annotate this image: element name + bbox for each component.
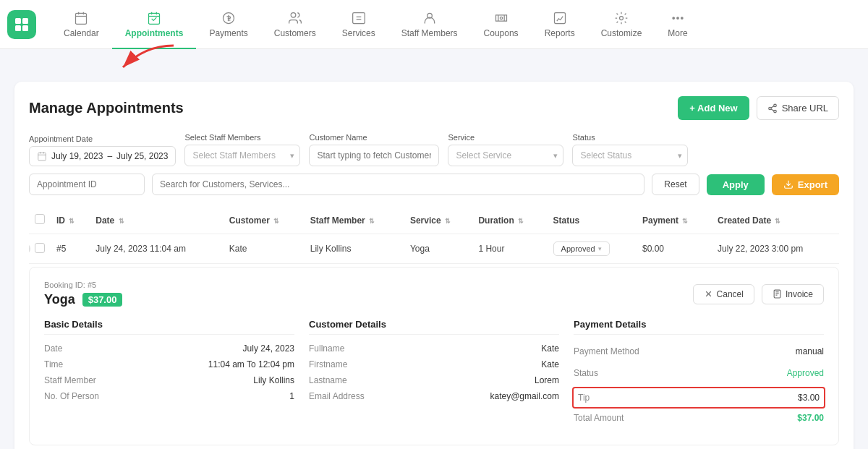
row-service: Yoga: [404, 234, 472, 264]
sort-staff-icon[interactable]: ⇅: [369, 218, 375, 225]
row-status[interactable]: Approved: [548, 234, 637, 264]
svg-point-26: [768, 107, 771, 110]
nav-item-customers[interactable]: Customers: [261, 0, 329, 49]
svg-point-22: [677, 17, 679, 19]
col-payment: Payment ⇅: [637, 207, 712, 234]
service-select[interactable]: Select Service: [448, 145, 563, 166]
sort-payment-icon[interactable]: ⇅: [682, 218, 688, 225]
svg-point-18: [500, 17, 502, 19]
row-payment: $0.00: [637, 234, 712, 264]
svg-point-27: [773, 110, 776, 113]
service-filter-group: Service Select Service: [448, 133, 563, 166]
svg-rect-1: [22, 18, 28, 24]
col-duration: Duration ⇅: [472, 207, 547, 234]
staff-select[interactable]: Select Staff Members: [184, 145, 300, 166]
row-duration: 1 Hour: [472, 234, 547, 264]
select-all-checkbox[interactable]: [35, 214, 45, 224]
nav-item-staff-members[interactable]: Staff Members: [388, 0, 471, 49]
cancel-icon: [704, 289, 713, 299]
invoice-icon: [773, 289, 782, 299]
detail-date-row: Date July 24, 2023: [44, 343, 294, 354]
booking-detail-grid: Basic Details Date July 24, 2023 Time 11…: [44, 319, 824, 432]
payment-status-row: Status Approved: [574, 365, 824, 381]
basic-details-title: Basic Details: [44, 319, 294, 335]
staff-filter-label: Select Staff Members: [184, 133, 300, 142]
svg-rect-4: [76, 13, 87, 24]
sort-customer-icon[interactable]: ⇅: [273, 218, 279, 225]
staff-select-wrapper: Select Staff Members: [184, 145, 300, 166]
nav-item-payments[interactable]: Payments: [196, 0, 260, 49]
sort-duration-icon[interactable]: ⇅: [518, 218, 524, 225]
detail-time-row: Time 11:04 am To 12:04 pm: [44, 359, 294, 369]
nav-item-coupons[interactable]: Coupons: [471, 0, 532, 49]
export-icon: [783, 179, 793, 189]
customer-firstname-row: Firstname Kate: [309, 359, 559, 369]
appointment-id-input[interactable]: [29, 174, 145, 195]
svg-rect-3: [22, 25, 28, 31]
expand-row-button[interactable]: −: [29, 243, 30, 255]
share-url-button[interactable]: Share URL: [757, 96, 839, 120]
nav-item-reports[interactable]: Reports: [532, 0, 588, 49]
sort-service-icon[interactable]: ⇅: [445, 218, 451, 225]
export-button[interactable]: Export: [772, 174, 839, 195]
sort-created-icon[interactable]: ⇅: [775, 218, 780, 225]
row-staff: Lily Kollins: [305, 234, 404, 264]
share-icon: [767, 103, 778, 114]
row-created: July 22, 2023 3:00 pm: [712, 234, 839, 264]
col-id: ID ⇅: [51, 207, 90, 234]
app-logo[interactable]: [7, 10, 36, 39]
svg-point-23: [681, 17, 684, 19]
main-content: Manage Appointments + Add New Share URL …: [0, 71, 868, 449]
date-range-picker[interactable]: July 19, 2023 – July 25, 2023: [29, 146, 176, 166]
payment-details-section: Payment Details Payment Method manual St…: [574, 319, 824, 432]
status-select-wrapper: Select Status: [572, 145, 688, 166]
customer-filter-label: Customer Name: [309, 133, 439, 142]
cancel-booking-button[interactable]: Cancel: [693, 284, 754, 304]
col-status: Status: [548, 207, 637, 234]
header-actions: + Add New Share URL: [678, 96, 839, 120]
svg-point-13: [291, 12, 296, 17]
payment-details-title: Payment Details: [574, 319, 824, 335]
search-input[interactable]: [152, 174, 644, 195]
sort-id-icon[interactable]: ⇅: [69, 218, 75, 225]
nav-item-customize[interactable]: Customize: [588, 0, 655, 49]
service-select-wrapper: Select Service: [448, 145, 563, 166]
customer-input[interactable]: [309, 145, 439, 166]
col-created: Created Date ⇅: [712, 207, 839, 234]
payment-tip-row: Tip $3.00: [572, 387, 825, 409]
date-filter-label: Appointment Date: [29, 134, 176, 143]
detail-staff-row: Staff Member Lily Kollins: [44, 375, 294, 385]
payment-total-row: Total Amount $37.00: [574, 410, 824, 426]
customer-fullname-row: Fullname Kate: [309, 343, 559, 354]
reset-button[interactable]: Reset: [652, 174, 699, 195]
status-filter-group: Status Select Status: [572, 133, 688, 166]
apply-button[interactable]: Apply: [707, 174, 765, 195]
service-filter-label: Service: [448, 133, 563, 142]
row-customer: Kate: [224, 234, 305, 264]
card-header: Manage Appointments + Add New Share URL: [29, 96, 839, 120]
customer-email-row: Email Address katey@gmail.com: [309, 391, 559, 401]
nav-item-more[interactable]: More: [655, 0, 700, 49]
add-new-button[interactable]: + Add New: [678, 96, 749, 120]
basic-details-section: Basic Details Date July 24, 2023 Time 11…: [44, 319, 294, 432]
row-checkbox[interactable]: [35, 243, 45, 253]
row-id: #5: [51, 234, 90, 264]
filters-row-1: Appointment Date July 19, 2023 – July 25…: [29, 133, 839, 166]
svg-rect-19: [554, 12, 565, 23]
staff-filter-group: Select Staff Members Select Staff Member…: [184, 133, 300, 166]
svg-rect-14: [352, 12, 365, 23]
nav-item-services[interactable]: Services: [329, 0, 388, 49]
booking-info: Booking ID: #5 Yoga $37.00: [44, 281, 122, 307]
appointments-table: ID ⇅ Date ⇅ Customer ⇅ Staff Member ⇅ Se…: [29, 207, 839, 264]
col-staff: Staff Member ⇅: [305, 207, 404, 234]
booking-id-label: Booking ID: #5: [44, 281, 122, 289]
svg-point-21: [673, 17, 675, 19]
sort-date-icon[interactable]: ⇅: [119, 218, 124, 225]
status-dropdown[interactable]: Approved: [553, 241, 610, 256]
status-select[interactable]: Select Status: [572, 145, 688, 166]
invoice-button[interactable]: Invoice: [762, 284, 824, 304]
booking-detail-header: Booking ID: #5 Yoga $37.00 Cancel Invoic…: [44, 281, 824, 307]
booking-price-badge: $37.00: [82, 293, 123, 307]
booking-detail: Booking ID: #5 Yoga $37.00 Cancel Invoic…: [29, 267, 839, 445]
red-arrow: [101, 42, 188, 78]
